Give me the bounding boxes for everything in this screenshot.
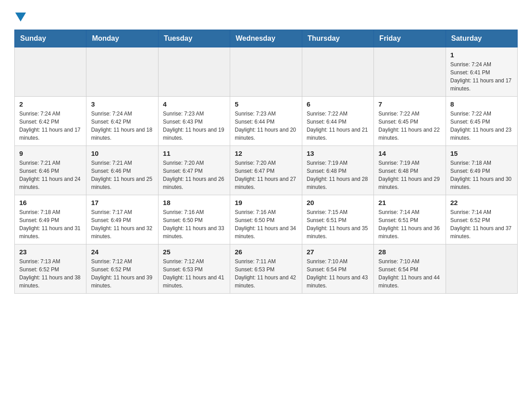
calendar-cell: 14Sunrise: 7:19 AMSunset: 6:48 PMDayligh… [374, 146, 446, 195]
weekday-header-wednesday: Wednesday [230, 30, 302, 47]
day-info: Sunrise: 7:12 AMSunset: 6:52 PMDaylight:… [91, 258, 152, 289]
day-info: Sunrise: 7:22 AMSunset: 6:45 PMDaylight:… [378, 111, 440, 141]
day-number: 18 [163, 199, 225, 206]
weekday-header-saturday: Saturday [446, 30, 517, 47]
day-number: 23 [19, 248, 82, 256]
day-number: 17 [91, 199, 153, 206]
day-number: 22 [450, 199, 513, 206]
day-number: 6 [307, 100, 369, 108]
page-header [14, 11, 518, 21]
weekday-header-friday: Friday [374, 30, 446, 47]
weekday-header-thursday: Thursday [302, 30, 373, 47]
calendar-cell: 12Sunrise: 7:20 AMSunset: 6:47 PMDayligh… [230, 146, 302, 195]
calendar-cell: 10Sunrise: 7:21 AMSunset: 6:46 PMDayligh… [86, 146, 158, 195]
day-info: Sunrise: 7:12 AMSunset: 6:53 PMDaylight:… [163, 258, 224, 289]
day-info: Sunrise: 7:23 AMSunset: 6:44 PMDaylight:… [235, 111, 296, 141]
day-number: 28 [378, 248, 441, 256]
day-info: Sunrise: 7:16 AMSunset: 6:50 PMDaylight:… [235, 209, 296, 240]
day-info: Sunrise: 7:17 AMSunset: 6:49 PMDaylight:… [91, 209, 152, 240]
calendar-cell: 4Sunrise: 7:23 AMSunset: 6:43 PMDaylight… [158, 97, 230, 146]
day-number: 9 [19, 150, 82, 157]
day-info: Sunrise: 7:19 AMSunset: 6:48 PMDaylight:… [307, 160, 368, 190]
day-info: Sunrise: 7:20 AMSunset: 6:47 PMDaylight:… [163, 160, 224, 190]
day-number: 10 [91, 150, 153, 157]
logo [14, 11, 26, 21]
calendar-cell [446, 244, 517, 294]
calendar-cell: 19Sunrise: 7:16 AMSunset: 6:50 PMDayligh… [230, 195, 302, 244]
day-number: 13 [307, 150, 369, 157]
day-number: 16 [19, 199, 82, 206]
calendar-cell [15, 47, 86, 97]
calendar-cell: 22Sunrise: 7:14 AMSunset: 6:52 PMDayligh… [446, 195, 517, 244]
day-info: Sunrise: 7:13 AMSunset: 6:52 PMDaylight:… [19, 258, 81, 289]
weekday-header-monday: Monday [86, 30, 158, 47]
day-number: 14 [378, 150, 441, 157]
week-row-4: 16Sunrise: 7:18 AMSunset: 6:49 PMDayligh… [15, 195, 518, 244]
calendar-cell [158, 47, 230, 97]
day-info: Sunrise: 7:21 AMSunset: 6:46 PMDaylight:… [19, 160, 81, 190]
day-number: 12 [235, 150, 297, 157]
calendar-cell: 15Sunrise: 7:18 AMSunset: 6:49 PMDayligh… [446, 146, 517, 195]
day-number: 21 [378, 199, 441, 206]
day-number: 11 [163, 150, 225, 157]
day-number: 26 [235, 248, 297, 256]
calendar-cell: 27Sunrise: 7:10 AMSunset: 6:54 PMDayligh… [302, 244, 373, 294]
calendar-cell: 8Sunrise: 7:22 AMSunset: 6:45 PMDaylight… [446, 97, 517, 146]
week-row-1: 1Sunrise: 7:24 AMSunset: 6:41 PMDaylight… [15, 47, 518, 97]
day-info: Sunrise: 7:14 AMSunset: 6:51 PMDaylight:… [378, 209, 440, 240]
calendar-cell: 13Sunrise: 7:19 AMSunset: 6:48 PMDayligh… [302, 146, 373, 195]
day-info: Sunrise: 7:10 AMSunset: 6:54 PMDaylight:… [378, 258, 440, 289]
calendar-cell: 20Sunrise: 7:15 AMSunset: 6:51 PMDayligh… [302, 195, 373, 244]
calendar-cell: 17Sunrise: 7:17 AMSunset: 6:49 PMDayligh… [86, 195, 158, 244]
calendar-cell: 7Sunrise: 7:22 AMSunset: 6:45 PMDaylight… [374, 97, 446, 146]
calendar-cell: 26Sunrise: 7:11 AMSunset: 6:53 PMDayligh… [230, 244, 302, 294]
day-info: Sunrise: 7:10 AMSunset: 6:54 PMDaylight:… [307, 258, 368, 289]
weekday-header-row: SundayMondayTuesdayWednesdayThursdayFrid… [15, 30, 518, 47]
day-number: 3 [91, 100, 153, 108]
day-info: Sunrise: 7:19 AMSunset: 6:48 PMDaylight:… [378, 160, 440, 190]
calendar-cell: 16Sunrise: 7:18 AMSunset: 6:49 PMDayligh… [15, 195, 86, 244]
day-info: Sunrise: 7:18 AMSunset: 6:49 PMDaylight:… [19, 209, 81, 240]
day-info: Sunrise: 7:16 AMSunset: 6:50 PMDaylight:… [163, 209, 224, 240]
day-number: 24 [91, 248, 153, 256]
weekday-header-sunday: Sunday [15, 30, 86, 47]
calendar-cell: 3Sunrise: 7:24 AMSunset: 6:42 PMDaylight… [86, 97, 158, 146]
calendar-cell: 9Sunrise: 7:21 AMSunset: 6:46 PMDaylight… [15, 146, 86, 195]
calendar-table: SundayMondayTuesdayWednesdayThursdayFrid… [14, 30, 518, 294]
day-info: Sunrise: 7:24 AMSunset: 6:41 PMDaylight:… [450, 61, 512, 92]
calendar-cell [230, 47, 302, 97]
day-info: Sunrise: 7:15 AMSunset: 6:51 PMDaylight:… [307, 209, 368, 240]
day-number: 19 [235, 199, 297, 206]
day-info: Sunrise: 7:22 AMSunset: 6:45 PMDaylight:… [450, 111, 512, 141]
day-info: Sunrise: 7:14 AMSunset: 6:52 PMDaylight:… [450, 209, 512, 240]
calendar-cell: 25Sunrise: 7:12 AMSunset: 6:53 PMDayligh… [158, 244, 230, 294]
day-info: Sunrise: 7:24 AMSunset: 6:42 PMDaylight:… [91, 111, 152, 141]
day-number: 20 [307, 199, 369, 206]
weekday-header-tuesday: Tuesday [158, 30, 230, 47]
day-info: Sunrise: 7:11 AMSunset: 6:53 PMDaylight:… [235, 258, 296, 289]
day-number: 27 [307, 248, 369, 256]
day-info: Sunrise: 7:22 AMSunset: 6:44 PMDaylight:… [307, 111, 368, 141]
day-number: 15 [450, 150, 513, 157]
calendar-cell: 18Sunrise: 7:16 AMSunset: 6:50 PMDayligh… [158, 195, 230, 244]
day-number: 8 [450, 100, 513, 108]
calendar-cell: 24Sunrise: 7:12 AMSunset: 6:52 PMDayligh… [86, 244, 158, 294]
calendar-cell: 21Sunrise: 7:14 AMSunset: 6:51 PMDayligh… [374, 195, 446, 244]
day-number: 7 [378, 100, 441, 108]
day-info: Sunrise: 7:20 AMSunset: 6:47 PMDaylight:… [235, 160, 296, 190]
week-row-3: 9Sunrise: 7:21 AMSunset: 6:46 PMDaylight… [15, 146, 518, 195]
calendar-cell [86, 47, 158, 97]
calendar-cell [374, 47, 446, 97]
day-number: 4 [163, 100, 225, 108]
calendar-cell: 28Sunrise: 7:10 AMSunset: 6:54 PMDayligh… [374, 244, 446, 294]
day-number: 5 [235, 100, 297, 108]
calendar-cell [302, 47, 373, 97]
week-row-2: 2Sunrise: 7:24 AMSunset: 6:42 PMDaylight… [15, 97, 518, 146]
calendar-cell: 2Sunrise: 7:24 AMSunset: 6:42 PMDaylight… [15, 97, 86, 146]
calendar-cell: 23Sunrise: 7:13 AMSunset: 6:52 PMDayligh… [15, 244, 86, 294]
day-info: Sunrise: 7:18 AMSunset: 6:49 PMDaylight:… [450, 160, 512, 190]
calendar-cell: 6Sunrise: 7:22 AMSunset: 6:44 PMDaylight… [302, 97, 373, 146]
week-row-5: 23Sunrise: 7:13 AMSunset: 6:52 PMDayligh… [15, 244, 518, 294]
calendar-cell: 5Sunrise: 7:23 AMSunset: 6:44 PMDaylight… [230, 97, 302, 146]
day-info: Sunrise: 7:24 AMSunset: 6:42 PMDaylight:… [19, 111, 81, 141]
